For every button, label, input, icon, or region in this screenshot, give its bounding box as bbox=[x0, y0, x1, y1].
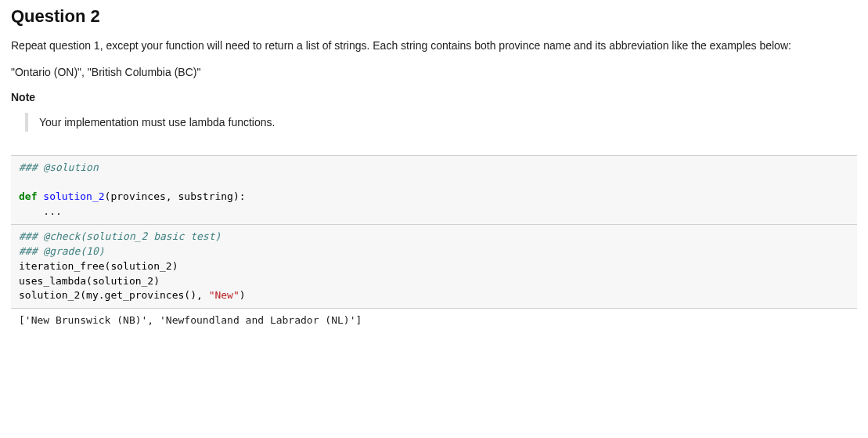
note-body: Your implementation must use lambda func… bbox=[25, 113, 857, 132]
examples-line: "Ontario (ON)", "British Columbia (BC)" bbox=[11, 66, 857, 78]
function-name: solution_2 bbox=[37, 190, 104, 202]
code-cell-check[interactable]: ### @check(solution_2 basic test) ### @g… bbox=[11, 224, 857, 308]
note-text: Your implementation must use lambda func… bbox=[39, 116, 275, 129]
keyword-def: def bbox=[19, 190, 37, 202]
check-line-3-str: "New" bbox=[209, 289, 240, 301]
directive-solution: ### @solution bbox=[19, 161, 99, 173]
note-label: Note bbox=[11, 91, 857, 103]
ellipsis-body: ... bbox=[19, 205, 62, 217]
check-line-1: iteration_free(solution_2) bbox=[19, 260, 178, 272]
question-description: Repeat question 1, except your function … bbox=[11, 38, 857, 55]
question-title: Question 2 bbox=[11, 6, 857, 27]
directive-grade: ### @grade(10) bbox=[19, 245, 105, 257]
function-params: (provinces, substring): bbox=[105, 190, 246, 202]
directive-check: ### @check(solution_2 basic test) bbox=[19, 230, 221, 242]
notebook-page: Question 2 Repeat question 1, except you… bbox=[0, 0, 868, 349]
check-line-2: uses_lambda(solution_2) bbox=[19, 275, 160, 287]
code-cell-solution[interactable]: ### @solution def solution_2(provinces, … bbox=[11, 155, 857, 224]
check-line-3a: solution_2(my.get_provinces(), bbox=[19, 289, 209, 301]
check-line-3b: ) bbox=[240, 289, 246, 301]
output-text: ['New Brunswick (NB)', 'Newfoundland and… bbox=[19, 314, 362, 326]
output-cell: ['New Brunswick (NB)', 'Newfoundland and… bbox=[11, 308, 857, 333]
